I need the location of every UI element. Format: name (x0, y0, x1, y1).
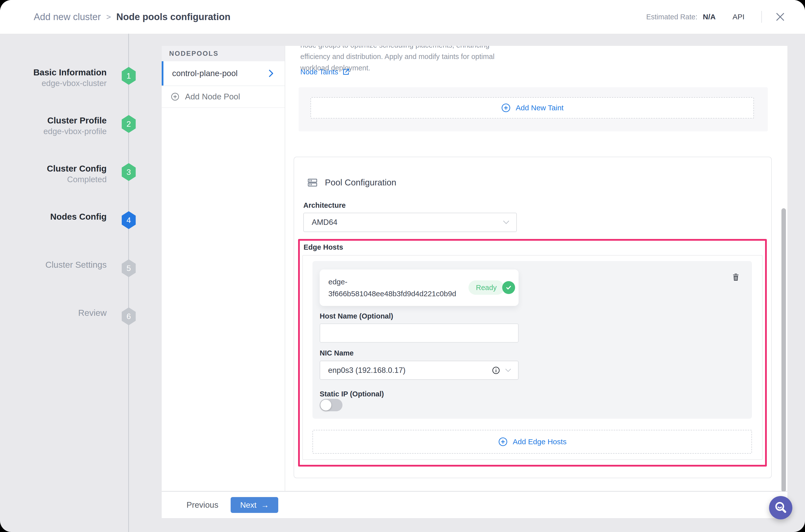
api-button[interactable]: API (727, 10, 750, 23)
toggle-knob (320, 400, 331, 411)
breadcrumb: Add new cluster > Node pools configurati… (34, 0, 230, 34)
close-button[interactable] (773, 10, 788, 24)
breadcrumb-separator: > (106, 13, 111, 22)
step-subtitle: Completed (2, 174, 107, 185)
step-title: Nodes Config (2, 211, 107, 222)
step-title: Review (2, 307, 107, 318)
host-name-label: Host Name (Optional) (320, 312, 393, 320)
add-edge-hosts-button[interactable]: Add Edge Hosts (313, 430, 752, 454)
wizard-window: Add new cluster > Node pools configurati… (0, 0, 805, 532)
nodepools-panel: NODEPOOLS control-plane-pool Add Node Po… (162, 46, 285, 491)
pool-configuration-title: Pool Configuration (325, 177, 396, 187)
static-ip-toggle[interactable] (320, 399, 342, 411)
edge-host-card[interactable]: edge-3f666b581048ee48b3fd9d4d221c0b9d Re… (320, 269, 519, 306)
add-new-taint-button[interactable]: Add New Taint (311, 97, 754, 118)
step-number-badge: 4 (121, 211, 137, 229)
info-icon[interactable] (492, 366, 500, 375)
nic-name-value: enp0s3 (192.168.0.17) (320, 366, 492, 375)
add-edge-hosts-label: Add Edge Hosts (513, 438, 567, 446)
close-icon (774, 11, 786, 22)
step-number-badge: 1 (121, 67, 137, 85)
status-badge: Ready (468, 280, 504, 295)
footer-bar: Previous Next → (162, 491, 787, 518)
plus-circle-icon (498, 437, 508, 447)
chevron-down-icon (502, 220, 510, 225)
previous-button[interactable]: Previous (181, 497, 224, 513)
description-line: efficiency and distribution. Apply and m… (300, 51, 610, 62)
edge-hosts-label: Edge Hosts (303, 243, 343, 251)
arrow-right-icon: → (261, 500, 269, 510)
architecture-select[interactable]: AMD64 (303, 213, 517, 232)
step-number-badge: 5 (121, 259, 137, 277)
architecture-label: Architecture (303, 201, 346, 209)
chevron-down-icon (505, 368, 512, 373)
node-taints-label: Node Taints (300, 68, 338, 76)
description-line-clipped: node groups to optimize scheduling place… (300, 46, 610, 51)
page-title: Node pools configuration (116, 12, 230, 22)
step-title: Cluster Profile (2, 115, 107, 126)
static-ip-label: Static IP (Optional) (320, 390, 384, 398)
vertical-scrollbar[interactable] (782, 208, 786, 492)
header-divider (761, 11, 762, 23)
nic-name-select[interactable]: enp0s3 (192.168.0.17) (320, 361, 519, 380)
add-node-pool-label: Add Node Pool (185, 92, 240, 101)
architecture-value: AMD64 (304, 218, 502, 227)
step-number-badge: 2 (121, 115, 137, 133)
estimated-rate-label: Estimated Rate: (646, 13, 697, 21)
feedback-widget-button[interactable] (769, 496, 792, 519)
edge-host-id: edge-3f666b581048ee48b3fd9d4d221c0b9d (329, 276, 472, 300)
nodepools-header: NODEPOOLS (162, 46, 285, 61)
delete-host-button[interactable] (730, 271, 742, 283)
pool-configuration-card: Pool Configuration Architecture AMD64 Ed… (294, 157, 772, 478)
next-button[interactable]: Next → (231, 497, 278, 513)
nodepool-item-control-plane-pool[interactable]: control-plane-pool (162, 61, 285, 86)
edge-hosts-highlight-box: Edge Hosts edge-3f666b581048ee48b3fd9d4d… (298, 239, 767, 467)
add-new-taint-label: Add New Taint (516, 103, 564, 112)
stepper-line (128, 34, 129, 532)
step-subtitle: edge-vbox-cluster (2, 78, 107, 89)
external-link-icon (342, 68, 350, 76)
next-button-label: Next (240, 500, 257, 510)
nic-name-label: NIC Name (320, 349, 354, 357)
node-taints-link[interactable]: Node Taints (300, 68, 350, 76)
taints-container: Add New Taint (299, 87, 768, 131)
check-circle-icon (502, 281, 515, 294)
add-node-pool-button[interactable]: Add Node Pool (162, 86, 285, 108)
nodepool-item-label: control-plane-pool (172, 69, 238, 78)
host-name-input[interactable] (320, 324, 519, 343)
active-indicator-bar (162, 61, 164, 86)
plus-circle-icon (171, 92, 180, 101)
header: Add new cluster > Node pools configurati… (0, 0, 805, 34)
magnifier-smile-icon (773, 500, 788, 515)
step-subtitle: edge-vbox-profile (2, 126, 107, 137)
estimated-rate-value: N/A (703, 13, 716, 21)
plus-circle-icon (501, 103, 511, 113)
chevron-right-icon (268, 69, 274, 78)
edge-hosts-container: edge-3f666b581048ee48b3fd9d4d221c0b9d Re… (302, 255, 763, 460)
server-stack-icon (307, 177, 318, 188)
main-content: node groups to optimize scheduling place… (285, 46, 787, 491)
trash-icon (731, 272, 741, 282)
step-title: Basic Information (2, 67, 107, 78)
breadcrumb-add-new-cluster[interactable]: Add new cluster (34, 12, 101, 22)
step-number-badge: 6 (121, 307, 137, 325)
step-number-badge: 3 (121, 163, 137, 181)
edge-host-entry-panel: edge-3f666b581048ee48b3fd9d4d221c0b9d Re… (313, 261, 752, 419)
step-title: Cluster Config (2, 163, 107, 174)
step-title: Cluster Settings (2, 259, 107, 270)
